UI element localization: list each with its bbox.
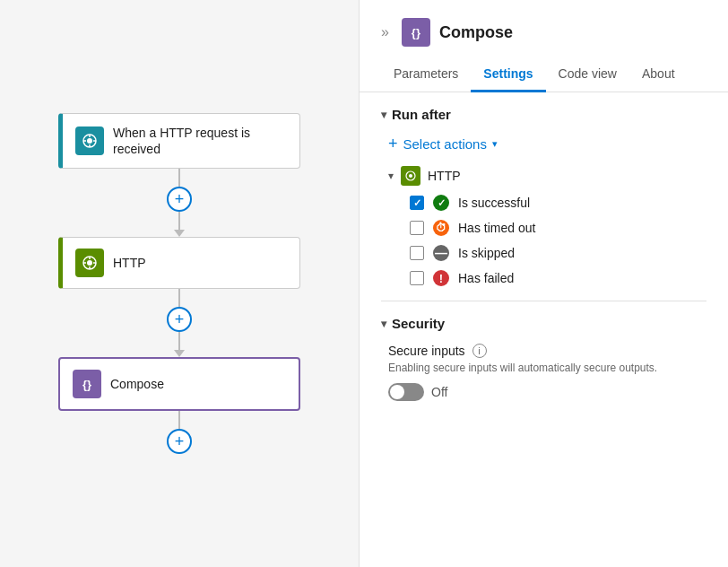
security-header[interactable]: ▾ Security: [381, 316, 706, 331]
panel-title: Compose: [439, 23, 513, 42]
secure-inputs-label: Secure inputs: [388, 344, 465, 358]
connector-2: +: [167, 289, 192, 357]
http-node[interactable]: HTTP: [58, 237, 300, 289]
connector-1: +: [167, 169, 192, 237]
label-failed: Has failed: [458, 271, 514, 285]
run-after-chevron: ▾: [381, 109, 386, 121]
add-between-http-compose[interactable]: +: [167, 307, 192, 332]
connector-3: [178, 411, 180, 429]
plus-icon: +: [388, 135, 398, 153]
secure-inputs-toggle[interactable]: [388, 383, 424, 401]
status-icon-successful: ✓: [433, 195, 449, 211]
label-successful: Is successful: [458, 196, 530, 210]
add-after-compose[interactable]: +: [167, 429, 192, 454]
divider: [381, 301, 706, 301]
trigger-label: When a HTTP request is received: [113, 125, 287, 157]
compose-node[interactable]: {} Compose: [58, 357, 300, 411]
http-node-small-icon: [401, 166, 420, 186]
breadcrumb-chevron: »: [381, 24, 389, 40]
secure-inputs-hint: Enabling secure inputs will automaticall…: [388, 362, 706, 374]
settings-panel: » {} Compose Parameters Settings Code vi…: [359, 0, 728, 567]
http-label: HTTP: [113, 255, 146, 271]
condition-timedout[interactable]: ⏱ Has timed out: [410, 220, 706, 236]
http-icon: [75, 249, 104, 277]
toggle-row[interactable]: Off: [388, 383, 706, 401]
svg-point-7: [87, 260, 92, 266]
security-section: ▾ Security Secure inputs i Enabling secu…: [381, 316, 706, 401]
tab-parameters[interactable]: Parameters: [381, 57, 471, 92]
panel-body: ▾ Run after + Select actions ▾ ▾ HTTP ✓: [360, 92, 728, 567]
security-chevron: ▾: [381, 318, 386, 330]
checkbox-failed[interactable]: [410, 271, 424, 285]
panel-header-icon: {}: [402, 18, 430, 47]
status-icon-skipped: —: [433, 245, 449, 261]
checkbox-skipped[interactable]: [410, 246, 424, 260]
tab-settings[interactable]: Settings: [471, 57, 545, 92]
run-after-label: Run after: [392, 107, 451, 122]
toggle-off-label: Off: [431, 385, 447, 399]
http-row-label: HTTP: [428, 169, 461, 183]
toggle-knob: [390, 385, 404, 399]
compose-label: Compose: [110, 376, 164, 392]
condition-successful[interactable]: ✓ Is successful: [410, 195, 706, 211]
select-actions-chevron: ▾: [492, 138, 498, 150]
compose-icon: {}: [73, 370, 101, 398]
http-expand-chevron: ▾: [388, 170, 394, 182]
add-between-trigger-http[interactable]: +: [167, 187, 192, 212]
condition-skipped[interactable]: — Is skipped: [410, 245, 706, 261]
http-expand-row[interactable]: ▾ HTTP: [388, 166, 706, 186]
svg-point-13: [409, 174, 412, 178]
status-icon-failed: !: [433, 270, 449, 286]
condition-failed[interactable]: ! Has failed: [410, 270, 706, 286]
flow-nodes: When a HTTP request is received +: [58, 113, 300, 454]
select-actions-label: Select actions: [403, 136, 487, 152]
run-after-header[interactable]: ▾ Run after: [381, 107, 706, 122]
status-icon-timedout: ⏱: [433, 220, 449, 236]
trigger-node[interactable]: When a HTTP request is received: [58, 113, 300, 169]
tab-codeview[interactable]: Code view: [546, 57, 629, 92]
label-skipped: Is skipped: [458, 246, 515, 260]
flow-canvas: When a HTTP request is received +: [0, 0, 359, 567]
tab-about[interactable]: About: [629, 57, 688, 92]
select-actions-btn[interactable]: + Select actions ▾: [388, 135, 706, 153]
secure-inputs-row: Secure inputs i: [388, 344, 706, 358]
checkbox-successful[interactable]: [410, 196, 424, 210]
trigger-icon: [75, 126, 104, 155]
tab-bar: Parameters Settings Code view About: [360, 57, 728, 92]
secure-inputs-info-icon[interactable]: i: [472, 344, 487, 358]
label-timedout: Has timed out: [458, 221, 535, 235]
panel-header: » {} Compose: [360, 0, 728, 47]
security-label: Security: [392, 316, 445, 331]
checkbox-timedout[interactable]: [410, 221, 424, 235]
svg-point-1: [87, 138, 92, 144]
